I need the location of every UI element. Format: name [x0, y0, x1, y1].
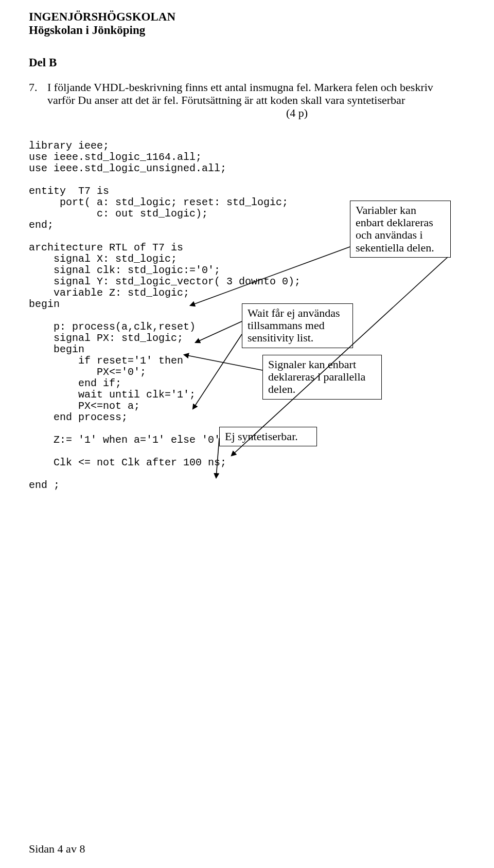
question-number: 7.	[29, 81, 47, 94]
code-line: Clk <= not Clk after 100 ns;	[29, 457, 226, 468]
header-org: INGENJÖRSHÖGSKOLAN	[29, 10, 465, 24]
annotation-variable-declaration: Variabler kan enbart deklareras och anvä…	[350, 201, 451, 258]
code-line: end ;	[29, 479, 60, 491]
question-block: 7.I följande VHDL-beskrivning finns ett …	[29, 81, 465, 120]
question-points: (4 p)	[29, 106, 465, 119]
question-line1: I följande VHDL-beskrivning finns ett an…	[47, 81, 433, 94]
code-line: variable Z: std_logic;	[29, 287, 189, 299]
code-line: end;	[29, 219, 54, 231]
page-footer: Sidan 4 av 8	[29, 842, 85, 856]
section-heading: Del B	[29, 56, 465, 69]
code-line: signal clk: std_logic:='0';	[29, 264, 220, 276]
code-line: port( a: std_logic; reset: std_logic;	[29, 196, 288, 208]
code-line: c: out std_logic);	[29, 208, 208, 220]
code-line: signal Y: std_logic_vector( 3 downto 0);	[29, 276, 301, 287]
code-line: begin	[29, 298, 60, 310]
code-line: end if;	[29, 377, 121, 389]
code-line: Z:= '1' when a='1' else '0';	[29, 434, 226, 446]
code-line: library ieee;	[29, 140, 109, 152]
code-line: signal X: std_logic;	[29, 253, 177, 265]
annotation-wait-sensitivity: Wait får ej användas tillsammans med sen…	[242, 303, 353, 348]
code-line: PX<='0';	[29, 366, 146, 378]
code-line: wait until clk='1';	[29, 389, 196, 401]
code-line: p: process(a,clk,reset)	[29, 321, 196, 333]
code-line: signal PX: std_logic;	[29, 332, 183, 344]
question-line2: varför Du anser att det är fel. Förutsät…	[29, 94, 465, 106]
annotation-not-synthesizable: Ej syntetiserbar.	[219, 427, 317, 446]
code-line: architecture RTL of T7 is	[29, 242, 183, 254]
code-line: end process;	[29, 411, 128, 423]
code-line: use ieee.std_logic_unsigned.all;	[29, 162, 226, 174]
code-line: use ieee.std_logic_1164.all;	[29, 151, 202, 163]
code-line: entity T7 is	[29, 185, 109, 197]
page: INGENJÖRSHÖGSKOLAN Högskolan i Jönköping…	[0, 0, 494, 868]
code-line: if reset='1' then	[29, 355, 183, 367]
annotation-signal-parallel: Signaler kan enbart deklareras i paralle…	[262, 355, 382, 400]
code-line: PX<=not a;	[29, 400, 140, 412]
code-line: begin	[29, 343, 84, 355]
header-school: Högskolan i Jönköping	[29, 24, 465, 37]
